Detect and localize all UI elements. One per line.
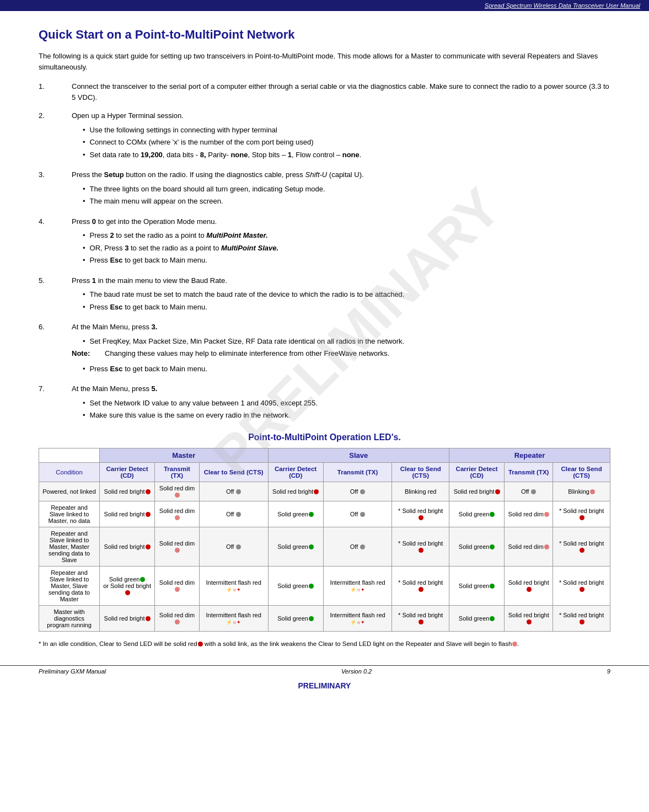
led-indicator: [419, 515, 423, 520]
led-indicator: [419, 619, 423, 624]
td-r-cd: Solid green: [449, 527, 505, 566]
td-r-tx: Solid red bright: [505, 605, 553, 631]
led-indicator: [360, 489, 365, 494]
td-s-cts: * Solid red bright: [392, 527, 449, 566]
td-s-cd: Solid green: [268, 605, 323, 631]
led-indicator: [580, 587, 584, 592]
td-m-cts: Intermittent flash red ⚡☼✦: [199, 566, 268, 605]
td-s-tx: Off: [323, 501, 392, 527]
td-s-cd: Solid green: [268, 527, 323, 566]
led-indicator: [198, 642, 203, 647]
table-sub-header-row: Condition Carrier Detect (CD) Transmit (…: [39, 462, 610, 482]
step-4: 4. Press 0 to get into the Operation Mod…: [39, 216, 610, 268]
table-row: Repeater and Slave linked to Master, Sla…: [39, 566, 610, 605]
step-2-bullet-1: Use the following settings in connecting…: [72, 125, 610, 136]
step-2-label: Open up a Hyper Terminal session.: [72, 111, 184, 120]
td-m-cts: Off: [199, 501, 268, 527]
td-r-tx: Solid red dim: [505, 501, 553, 527]
table-group-header-row: Master Slave Repeater: [39, 448, 610, 462]
step-1-text: Connect the transceiver to the serial po…: [72, 81, 610, 103]
td-s-tx: Off: [323, 527, 392, 566]
step-7-bullet-1: Set the Network ID value to any value be…: [72, 398, 610, 409]
step-2-content: Open up a Hyper Terminal session. Use th…: [72, 110, 610, 162]
led-indicator: [140, 577, 145, 582]
th-r-cts: Clear to Send (CTS): [553, 462, 610, 482]
td-r-cd: Solid red bright: [449, 482, 505, 501]
step-3-bullets: The three lights on the board should all…: [72, 184, 610, 207]
th-slave: Slave: [268, 448, 449, 462]
table-row: Master with diagnostics program running …: [39, 605, 610, 631]
led-indicator: [309, 616, 314, 621]
led-indicator: [490, 584, 495, 589]
step-2-bullets: Use the following settings in connecting…: [72, 125, 610, 161]
td-r-cts: * Solid red bright: [553, 501, 610, 527]
page-bottom-label: PRELIMINARY: [0, 677, 649, 695]
led-indicator: [419, 587, 423, 592]
th-condition: Condition: [39, 462, 100, 482]
step-5-bullet-2: Press Esc to get back to Main menu.: [72, 302, 610, 313]
td-m-cts: Off: [199, 482, 268, 501]
led-indicator: [490, 616, 495, 621]
step-2-bullet-2: Connect to COMx (where 'x' is the number…: [72, 137, 610, 148]
intro-paragraph: The following is a quick start guide for…: [39, 51, 610, 72]
td-r-tx: Solid red dim: [505, 527, 553, 566]
td-r-cts: Blinking: [553, 482, 610, 501]
th-s-cts: Clear to Send (CTS): [392, 462, 449, 482]
led-indicator: [146, 544, 151, 549]
led-indicator: [236, 489, 241, 494]
step-2: 2. Open up a Hyper Terminal session. Use…: [39, 110, 610, 162]
led-indicator: [146, 512, 151, 517]
td-condition: Repeater and Slave linked to Master, Sla…: [39, 566, 100, 605]
td-m-cd: Solid greenor Solid red bright: [100, 566, 155, 605]
td-s-cts: Blinking red: [392, 482, 449, 501]
step-6-note: Note: Changing these values may help to …: [72, 348, 610, 359]
step-5-content: Press 1 in the main menu to view the Bau…: [72, 275, 610, 314]
td-m-cd: Solid red bright: [100, 527, 155, 566]
note-text: Changing these values may help to elimin…: [105, 348, 389, 359]
td-r-tx: Solid red bright: [505, 566, 553, 605]
led-indicator: [236, 544, 241, 549]
led-indicator: [544, 512, 549, 517]
td-m-cts: Intermittent flash red ⚡☼✦: [199, 605, 268, 631]
led-section-title: Point-to-MultiPoint Operation LED's.: [39, 432, 610, 442]
td-s-cts: * Solid red bright: [392, 501, 449, 527]
td-condition: Powered, not linked: [39, 482, 100, 501]
footer-left: Preliminary GXM Manual: [39, 668, 106, 675]
td-m-tx: Solid red dim: [155, 527, 200, 566]
step-4-num: 4.: [39, 216, 72, 268]
note-label: Note:: [72, 348, 105, 359]
step-1-num: 1.: [39, 81, 72, 103]
td-r-cd: Solid green: [449, 566, 505, 605]
step-6-bullet-1: Set FreqKey, Max Packet Size, Min Packet…: [72, 336, 610, 347]
td-s-tx: Intermittent flash red ⚡☼✦: [323, 605, 392, 631]
step-7-num: 7.: [39, 383, 72, 423]
footer-center: Version 0.2: [341, 668, 372, 675]
led-indicator: [495, 489, 500, 494]
table-row: Powered, not linked Solid red bright Sol…: [39, 482, 610, 501]
td-s-cd: Solid green: [268, 501, 323, 527]
step-4-bullet-1: Press 2 to set the radio as a point to M…: [72, 230, 610, 241]
th-s-cd: Carrier Detect (CD): [268, 462, 323, 482]
led-indicator: [527, 587, 532, 592]
td-r-cts: * Solid red bright: [553, 566, 610, 605]
th-repeater: Repeater: [449, 448, 610, 462]
led-indicator: [146, 489, 151, 494]
td-m-tx: Solid red dim: [155, 605, 200, 631]
led-indicator: [419, 548, 423, 553]
step-6-bullet-2: Press Esc to get back to Main menu.: [72, 364, 610, 375]
table-row: Repeater and Slave linked to Master, Mas…: [39, 527, 610, 566]
td-r-cts: * Solid red bright: [553, 605, 610, 631]
td-s-tx: Intermittent flash red ⚡☼✦: [323, 566, 392, 605]
flash-symbol: ⚡☼✦: [350, 587, 365, 592]
page-title: Quick Start on a Point-to-MultiPoint Net…: [39, 28, 610, 42]
led-indicator: [360, 544, 365, 549]
header-title: Spread Spectrum Wireless Data Transceive…: [485, 2, 640, 9]
step-2-bullet-3: Set data rate to 19,200, data bits - 8, …: [72, 149, 610, 161]
td-condition: Repeater and Slave linked to Master, Mas…: [39, 527, 100, 566]
step-6-bullets-2: Press Esc to get back to Main menu.: [72, 364, 610, 375]
led-indicator: [236, 512, 241, 517]
led-indicator: [590, 489, 595, 494]
step-4-bullet-2: OR, Press 3 to set the radio as a point …: [72, 243, 610, 254]
step-7-bullets: Set the Network ID value to any value be…: [72, 398, 610, 421]
led-indicator: [314, 489, 319, 494]
